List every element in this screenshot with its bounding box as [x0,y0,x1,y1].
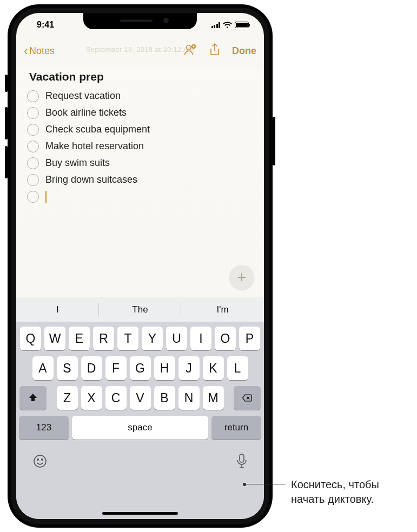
key-s[interactable]: S [57,356,78,380]
share-icon [209,43,220,56]
key-n[interactable]: N [178,386,200,410]
key-x[interactable]: X [81,386,102,410]
checkbox-icon[interactable] [27,141,39,152]
callout: Коснитесь, чтобы начать диктовку. [244,484,286,484]
checkbox-icon[interactable] [27,90,39,102]
key-f[interactable]: F [105,356,127,380]
svg-point-0 [187,45,191,49]
wifi-icon [223,22,232,29]
checklist-text: Bring down suitcases [45,174,137,185]
plus-icon: + [237,268,247,287]
checklist-text: Check scuba equipment [45,124,150,135]
dictation-button[interactable] [236,453,248,473]
checkbox-icon[interactable] [27,174,39,186]
key-t[interactable]: T [117,327,138,350]
key-d[interactable]: D [81,356,102,380]
nav-bar: ‹ Notes [16,40,264,62]
volume-up [5,107,8,139]
mute-switch [5,75,8,92]
key-123[interactable]: 123 [19,416,69,440]
checkbox-icon[interactable] [27,107,39,119]
checkbox-icon[interactable] [27,124,39,136]
add-button[interactable]: + [229,265,254,290]
add-person-button[interactable] [183,44,197,58]
checklist-text: Make hotel reservation [45,141,144,152]
keyboard: I The I'm Q W E R T Y U I O P [16,297,264,519]
key-a[interactable]: A [32,356,54,380]
key-space[interactable]: space [72,416,208,440]
volume-down [5,146,8,178]
key-k[interactable]: K [203,356,224,380]
checkbox-icon[interactable] [27,157,39,169]
key-z[interactable]: Z [57,386,78,410]
note-content[interactable]: Vacation prep Request vacation Book airl… [16,68,264,297]
checklist-item[interactable]: Make hotel reservation [27,138,253,155]
key-j[interactable]: J [178,356,200,380]
text-cursor [45,191,47,203]
key-p[interactable]: P [239,327,260,350]
done-button[interactable]: Done [232,45,256,57]
screen: 9:41 September 13, 2018 at 10:12 AM ‹ No… [16,13,264,519]
checklist-item[interactable]: Bring down suitcases [27,171,253,188]
checkbox-icon[interactable] [27,191,39,203]
key-b[interactable]: B [154,386,175,410]
key-backspace[interactable] [234,386,261,410]
key-return[interactable]: return [211,416,261,440]
side-button [273,117,275,165]
svg-rect-5 [240,454,244,462]
svg-point-4 [42,459,43,461]
backspace-icon [242,393,253,403]
phone-frame: 9:41 September 13, 2018 at 10:12 AM ‹ No… [8,4,273,528]
key-c[interactable]: C [105,386,127,410]
suggestion[interactable]: I'm [181,297,264,322]
checklist: Request vacation Book airline tickets Ch… [27,88,253,205]
key-r[interactable]: R [93,327,114,350]
share-button[interactable] [209,43,220,59]
key-q[interactable]: Q [20,327,41,350]
suggestion[interactable]: The [99,297,182,322]
checklist-item[interactable]: Request vacation [27,88,253,104]
battery-icon [235,22,249,28]
checklist-item-empty[interactable] [27,188,253,205]
key-v[interactable]: V [130,386,151,410]
key-y[interactable]: Y [142,327,163,350]
svg-point-2 [34,455,46,467]
note-title[interactable]: Vacation prep [29,70,253,83]
key-h[interactable]: H [154,356,175,380]
key-i[interactable]: I [190,327,211,350]
add-person-icon [183,44,197,56]
home-indicator[interactable] [102,512,178,515]
checklist-item[interactable]: Book airline tickets [27,104,253,121]
key-shift[interactable] [19,386,47,410]
callout-leader [244,484,286,484]
key-w[interactable]: W [44,327,65,350]
emoji-button[interactable] [32,454,48,473]
key-g[interactable]: G [130,356,151,380]
key-l[interactable]: L [227,356,248,380]
back-button[interactable]: ‹ Notes [24,44,55,57]
checklist-item[interactable]: Buy swim suits [27,155,253,171]
back-label: Notes [29,45,55,57]
svg-point-3 [37,459,39,461]
key-o[interactable]: O [215,327,236,350]
suggestion-bar: I The I'm [16,297,264,322]
shift-icon [28,393,38,403]
key-u[interactable]: U [166,327,187,350]
key-m[interactable]: M [203,386,224,410]
suggestion[interactable]: I [16,297,99,322]
checklist-text: Request vacation [45,90,121,102]
callout-text: Коснитесь, чтобы начать диктовку. [291,477,415,507]
checklist-text: Buy swim suits [45,157,110,169]
chevron-left-icon: ‹ [24,44,28,57]
checklist-text: Book airline tickets [45,107,127,118]
emoji-icon [32,454,48,469]
checklist-item[interactable]: Check scuba equipment [27,121,253,138]
notch [83,13,197,29]
microphone-icon [236,453,248,469]
key-e[interactable]: E [69,327,90,350]
status-time: 9:41 [29,20,54,30]
cellular-icon [211,22,221,28]
